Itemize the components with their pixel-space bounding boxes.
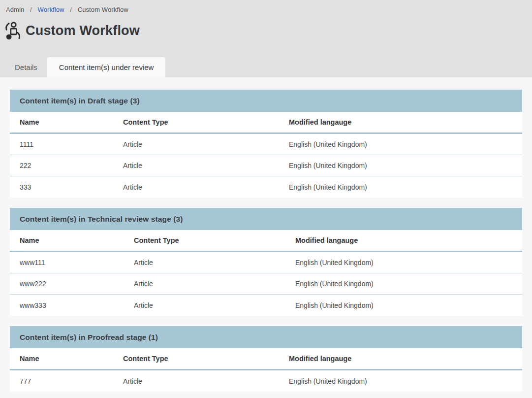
stage-header-bar: Content item(s) in Draft stage (3) <box>10 90 522 112</box>
custom-workflow-page: Admin / Workflow / Custom Workflow Custo… <box>0 0 532 398</box>
column-header: Content Type <box>134 236 295 244</box>
table-cell: Article <box>123 183 289 191</box>
table-body: 777ArticleEnglish (United Kingdom) <box>10 370 522 392</box>
table-cell: Article <box>134 280 295 288</box>
stage-table: NameContent TypeModified langauge 1111Ar… <box>10 112 522 198</box>
table-row: 222ArticleEnglish (United Kingdom) <box>10 155 522 176</box>
table-cell: Article <box>123 162 289 169</box>
table-cell: Article <box>123 377 289 385</box>
column-header: Name <box>20 355 123 363</box>
stage-table-title: Content item(s) in Technical review stag… <box>20 215 183 224</box>
table-row: www222ArticleEnglish (United Kingdom) <box>10 273 522 295</box>
breadcrumb: Admin / Workflow / Custom Workflow <box>0 0 532 13</box>
table-header-row: NameContent TypeModified langauge <box>10 112 522 134</box>
stage-header-bar: Content item(s) in Proofread stage (1) <box>10 326 522 348</box>
stage-section: Content item(s) in Draft stage (3) NameC… <box>10 90 522 198</box>
table-row: www333ArticleEnglish (United Kingdom) <box>10 295 522 316</box>
tab-details[interactable]: Details <box>5 57 47 77</box>
title-row: Custom Workflow <box>4 21 532 40</box>
table-cell: www333 <box>20 301 134 309</box>
table-row: 333ArticleEnglish (United Kingdom) <box>10 176 522 198</box>
column-header: Name <box>20 236 134 244</box>
column-header: Modified langauge <box>289 355 522 363</box>
table-cell: www222 <box>20 280 134 288</box>
table-cell: Article <box>134 259 295 266</box>
table-body: 1111ArticleEnglish (United Kingdom)222Ar… <box>10 134 522 198</box>
stage-tables: Content item(s) in Draft stage (3) NameC… <box>10 90 522 392</box>
tab-bar: Details Content item(s) under review <box>0 57 165 77</box>
tab-content-items-under-review[interactable]: Content item(s) under review <box>47 57 166 77</box>
table-header-row: NameContent TypeModified langauge <box>10 348 522 370</box>
breadcrumb-current: Custom Workflow <box>78 6 128 13</box>
table-cell: 1111 <box>20 140 123 148</box>
column-header: Content Type <box>123 355 289 363</box>
breadcrumb-separator: / <box>30 6 32 13</box>
table-cell: English (United Kingdom) <box>289 183 522 191</box>
table-cell: 333 <box>20 183 123 191</box>
table-cell: English (United Kingdom) <box>289 140 522 148</box>
stage-table: NameContent TypeModified langauge www111… <box>10 230 522 316</box>
column-header: Content Type <box>123 118 289 126</box>
table-cell: English (United Kingdom) <box>295 259 522 266</box>
tab-panel-content-under-review: Content item(s) in Draft stage (3) NameC… <box>0 77 532 392</box>
page-title: Custom Workflow <box>26 23 140 38</box>
table-row: 1111ArticleEnglish (United Kingdom) <box>10 134 522 155</box>
table-body: www111ArticleEnglish (United Kingdom)www… <box>10 252 522 316</box>
workflow-icon <box>4 21 22 40</box>
table-row: www111ArticleEnglish (United Kingdom) <box>10 252 522 273</box>
table-cell: Article <box>134 301 295 309</box>
stage-section: Content item(s) in Proofread stage (1) N… <box>10 326 522 392</box>
table-cell: www111 <box>20 259 134 266</box>
stage-table: NameContent TypeModified langauge 777Art… <box>10 348 522 392</box>
stage-section: Content item(s) in Technical review stag… <box>10 208 522 316</box>
column-header: Modified langauge <box>295 236 522 244</box>
table-cell: English (United Kingdom) <box>295 301 522 309</box>
breadcrumb-workflow-link[interactable]: Workflow <box>38 6 64 13</box>
stage-table-title: Content item(s) in Draft stage (3) <box>20 97 140 105</box>
workflow-icon-dot <box>6 34 12 39</box>
stage-table-title: Content item(s) in Proofread stage (1) <box>20 333 158 342</box>
table-cell: Article <box>123 140 289 148</box>
table-cell: English (United Kingdom) <box>295 280 522 288</box>
table-cell: English (United Kingdom) <box>289 377 522 385</box>
table-header-row: NameContent TypeModified langauge <box>10 230 522 252</box>
breadcrumb-separator: / <box>70 6 72 13</box>
stage-header-bar: Content item(s) in Technical review stag… <box>10 208 522 230</box>
table-cell: English (United Kingdom) <box>289 162 522 169</box>
table-cell: 222 <box>20 162 123 169</box>
table-cell: 777 <box>20 377 123 385</box>
column-header: Name <box>20 118 123 126</box>
table-row: 777ArticleEnglish (United Kingdom) <box>10 370 522 392</box>
breadcrumb-admin: Admin <box>6 6 24 13</box>
column-header: Modified langauge <box>289 118 522 126</box>
page-header: Admin / Workflow / Custom Workflow Custo… <box>0 0 532 77</box>
